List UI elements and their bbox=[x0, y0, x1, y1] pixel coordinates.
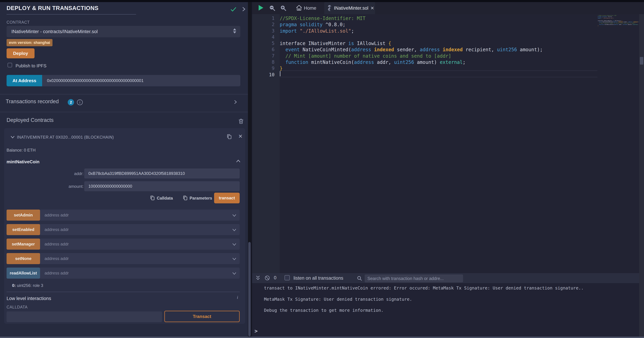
search-icon bbox=[357, 276, 362, 281]
zoom-out-icon[interactable] bbox=[269, 4, 276, 12]
expand-transactions-icon[interactable] bbox=[233, 100, 238, 104]
section-divider bbox=[0, 112, 248, 112]
addr-field-label: addr: bbox=[56, 171, 84, 176]
copy-calldata-icon[interactable] bbox=[150, 195, 156, 201]
expand-readAllowList-icon[interactable] bbox=[232, 271, 237, 276]
code-line bbox=[598, 19, 639, 20]
expand-setAdmin-icon[interactable] bbox=[232, 213, 237, 218]
setNone-input[interactable]: address addr bbox=[40, 253, 240, 264]
code-line: // Mint [amount] number of native coins … bbox=[598, 22, 639, 24]
terminal-search-input[interactable] bbox=[365, 274, 463, 282]
amount-field-input[interactable]: 1000000000000000000 bbox=[84, 181, 240, 191]
transact-button[interactable]: transact bbox=[214, 193, 240, 203]
contract-label: CONTRACT bbox=[6, 20, 30, 25]
info-icon[interactable] bbox=[77, 99, 83, 106]
code-line bbox=[598, 26, 639, 28]
copy-address-icon[interactable] bbox=[226, 134, 232, 140]
tab-inativeminter[interactable]: INativeMinter.sol ✕ bbox=[324, 2, 375, 14]
close-instance-icon[interactable]: ✕ bbox=[238, 133, 242, 139]
expand-setManager-icon[interactable] bbox=[232, 242, 237, 247]
setEnabled-input[interactable]: address addr bbox=[40, 224, 240, 235]
setEnabled-button[interactable]: setEnabled bbox=[6, 224, 40, 235]
setManager-button[interactable]: setManager bbox=[6, 238, 40, 250]
setManager-input[interactable]: address addr bbox=[40, 238, 240, 250]
contract-select-value: INativeMinter - contracts/INativeMinter.… bbox=[12, 29, 98, 34]
code-line: import "./IAllowList.sol"; bbox=[598, 18, 639, 19]
line-numbers: 12345678910 bbox=[252, 15, 274, 78]
call-result-index: 0: bbox=[12, 283, 16, 288]
code-line: interface INativeMinter is IAllowList { bbox=[280, 40, 543, 46]
window-bottom-strip bbox=[0, 336, 644, 338]
contract-select[interactable]: INativeMinter - contracts/INativeMinter.… bbox=[6, 26, 240, 37]
listen-all-checkbox[interactable] bbox=[284, 275, 290, 280]
panel-title: DEPLOY & RUN TRANSACTIONS bbox=[6, 5, 98, 12]
setAdmin-input[interactable]: address addr bbox=[40, 210, 240, 220]
transactions-recorded-label: Transactions recorded bbox=[6, 98, 59, 104]
function-row: setAdmin address addr bbox=[4, 210, 245, 220]
setNone-button[interactable]: setNone bbox=[6, 253, 40, 264]
line-number: 6 bbox=[252, 46, 274, 53]
tab-label: INativeMinter.sol bbox=[334, 6, 368, 11]
tab-home[interactable]: Home bbox=[304, 6, 316, 11]
instance-balance: Balance: 0 ETH bbox=[6, 148, 36, 152]
collapse-terminal-icon[interactable] bbox=[255, 275, 261, 281]
trash-icon[interactable] bbox=[238, 118, 244, 124]
select-stepper-icon[interactable] bbox=[233, 28, 236, 34]
code-line: event NativeCoinMinted(address indexed s… bbox=[598, 21, 639, 22]
expand-setNone-icon[interactable] bbox=[232, 256, 237, 261]
terminal-log-line: transact to INativeMinter.mintNativeCoin… bbox=[264, 286, 584, 290]
function-row: readAllowList address addr bbox=[4, 268, 245, 278]
code-line: // Mint [amount] number of native coins … bbox=[280, 53, 543, 59]
low-level-divider bbox=[6, 292, 240, 292]
expanded-function-name: mintNativeCoin bbox=[6, 159, 40, 164]
at-address-button[interactable]: At Address bbox=[6, 75, 42, 86]
clear-console-icon[interactable] bbox=[264, 275, 270, 281]
setAdmin-button[interactable]: setAdmin bbox=[6, 210, 40, 220]
deployed-contract-card: INATIVEMINTER AT 0X020...00001 (BLOCKCHA… bbox=[4, 128, 245, 324]
code-line: event NativeCoinMinted(address indexed s… bbox=[280, 46, 543, 53]
publish-ipfs-label: Publish to IPFS bbox=[16, 63, 46, 68]
deployed-contracts-title: Deployed Contracts bbox=[6, 117, 54, 123]
low-level-transact-button[interactable]: Transact bbox=[164, 311, 240, 322]
code-line: } bbox=[280, 65, 543, 72]
code-line: import "./IAllowList.sol"; bbox=[280, 28, 543, 34]
home-icon[interactable] bbox=[296, 4, 302, 12]
low-level-info-icon[interactable]: i bbox=[237, 295, 238, 300]
compile-success-check-icon bbox=[230, 6, 237, 13]
copy-parameters-icon[interactable] bbox=[182, 195, 188, 201]
editor-minimap[interactable]: //SPDX-License-Identifier: MITpragma sol… bbox=[598, 15, 639, 272]
at-address-input[interactable]: 0x02000000000000000000000000000000000000… bbox=[42, 75, 240, 86]
editor-scrollbar-thumb[interactable] bbox=[640, 57, 643, 64]
function-row: setEnabled address addr bbox=[4, 224, 245, 235]
transactions-count-badge: 2 bbox=[68, 99, 74, 106]
code-line: //SPDX-License-Identifier: MIT bbox=[598, 15, 639, 16]
readAllowList-input[interactable]: address addr bbox=[40, 268, 240, 278]
function-row: setManager address addr bbox=[4, 238, 245, 250]
code-line: //SPDX-License-Identifier: MIT bbox=[280, 15, 543, 22]
call-result-value: uint256: role 3 bbox=[16, 283, 43, 288]
readAllowList-button[interactable]: readAllowList bbox=[6, 268, 40, 278]
code-line bbox=[280, 34, 543, 40]
code-content[interactable]: //SPDX-License-Identifier: MITpragma sol… bbox=[280, 15, 543, 78]
collapse-function-chevron-icon[interactable] bbox=[236, 158, 241, 164]
line-number: 5 bbox=[252, 40, 274, 46]
calldata-input[interactable] bbox=[6, 312, 162, 322]
expand-setEnabled-icon[interactable] bbox=[232, 227, 237, 232]
collapse-instance-chevron-icon[interactable] bbox=[10, 134, 15, 140]
run-script-play-icon[interactable] bbox=[259, 5, 263, 10]
terminal-log-line: Debug the transaction to get more inform… bbox=[264, 308, 384, 313]
pending-tx-count: 0 bbox=[274, 275, 276, 280]
section-divider bbox=[0, 94, 248, 94]
panel-pin-arrow-icon[interactable] bbox=[241, 6, 246, 12]
deploy-button[interactable]: Deploy bbox=[6, 48, 34, 58]
terminal-prompt[interactable]: > bbox=[254, 328, 258, 334]
parameters-copy-label[interactable]: Parameters bbox=[190, 196, 212, 200]
line-number: 9 bbox=[252, 65, 274, 72]
addr-field-input[interactable]: 0xB78cbAa319ffBD899951AA30D4320f58189383… bbox=[84, 168, 240, 178]
code-line bbox=[280, 72, 543, 78]
publish-ipfs-checkbox[interactable] bbox=[8, 63, 12, 67]
panel-scrollbar[interactable] bbox=[248, 242, 251, 336]
calldata-copy-label[interactable]: Calldata bbox=[157, 196, 173, 200]
zoom-in-icon[interactable] bbox=[280, 4, 286, 12]
tab-close-icon[interactable]: ✕ bbox=[370, 6, 374, 11]
